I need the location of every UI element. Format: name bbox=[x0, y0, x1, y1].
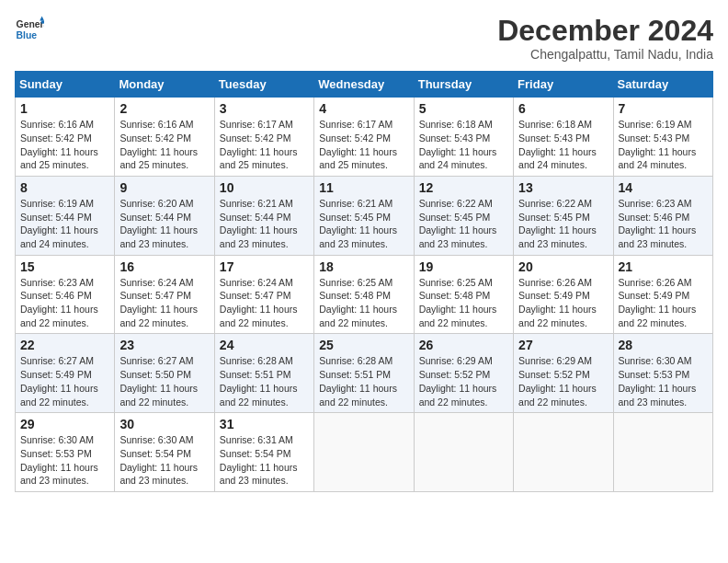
day-info: Sunrise: 6:27 AM Sunset: 5:49 PM Dayligh… bbox=[20, 354, 109, 408]
day-number: 4 bbox=[319, 101, 408, 116]
col-header-thursday: Thursday bbox=[414, 72, 513, 98]
day-cell bbox=[414, 413, 513, 492]
day-cell: 2Sunrise: 6:16 AM Sunset: 5:42 PM Daylig… bbox=[115, 98, 214, 177]
day-info: Sunrise: 6:25 AM Sunset: 5:48 PM Dayligh… bbox=[419, 276, 508, 330]
week-row-2: 8Sunrise: 6:19 AM Sunset: 5:44 PM Daylig… bbox=[16, 176, 713, 255]
day-number: 18 bbox=[319, 259, 408, 274]
svg-marker-2 bbox=[40, 17, 44, 21]
day-number: 1 bbox=[20, 101, 109, 116]
day-number: 20 bbox=[518, 259, 608, 274]
day-number: 28 bbox=[619, 338, 708, 352]
col-header-saturday: Saturday bbox=[613, 72, 712, 98]
day-cell: 4Sunrise: 6:17 AM Sunset: 5:42 PM Daylig… bbox=[314, 98, 414, 177]
day-cell: 22Sunrise: 6:27 AM Sunset: 5:49 PM Dayli… bbox=[16, 334, 115, 413]
day-number: 15 bbox=[20, 259, 109, 274]
day-number: 17 bbox=[220, 259, 309, 274]
day-cell: 23Sunrise: 6:27 AM Sunset: 5:50 PM Dayli… bbox=[115, 334, 214, 413]
day-number: 26 bbox=[419, 338, 508, 352]
col-header-monday: Monday bbox=[115, 72, 214, 98]
day-info: Sunrise: 6:21 AM Sunset: 5:45 PM Dayligh… bbox=[319, 197, 408, 251]
day-number: 27 bbox=[518, 338, 608, 352]
day-info: Sunrise: 6:22 AM Sunset: 5:45 PM Dayligh… bbox=[419, 197, 508, 251]
col-header-sunday: Sunday bbox=[16, 72, 115, 98]
day-cell: 16Sunrise: 6:24 AM Sunset: 5:47 PM Dayli… bbox=[115, 255, 214, 334]
day-cell: 10Sunrise: 6:21 AM Sunset: 5:44 PM Dayli… bbox=[214, 176, 313, 255]
svg-marker-3 bbox=[41, 20, 44, 23]
day-number: 19 bbox=[419, 259, 508, 274]
day-number: 29 bbox=[20, 417, 109, 431]
day-cell: 27Sunrise: 6:29 AM Sunset: 5:52 PM Dayli… bbox=[514, 334, 613, 413]
day-number: 14 bbox=[619, 180, 708, 195]
day-cell: 5Sunrise: 6:18 AM Sunset: 5:43 PM Daylig… bbox=[414, 98, 513, 177]
svg-text:Blue: Blue bbox=[17, 30, 38, 40]
day-cell: 13Sunrise: 6:22 AM Sunset: 5:45 PM Dayli… bbox=[514, 176, 613, 255]
day-info: Sunrise: 6:24 AM Sunset: 5:47 PM Dayligh… bbox=[220, 276, 309, 330]
day-number: 25 bbox=[319, 338, 408, 352]
day-info: Sunrise: 6:18 AM Sunset: 5:43 PM Dayligh… bbox=[419, 118, 508, 172]
header-row: SundayMondayTuesdayWednesdayThursdayFrid… bbox=[16, 72, 713, 98]
title-block: December 2024 Chengalpattu, Tamil Nadu, … bbox=[497, 15, 713, 62]
day-cell: 11Sunrise: 6:21 AM Sunset: 5:45 PM Dayli… bbox=[314, 176, 414, 255]
day-number: 5 bbox=[419, 101, 508, 116]
day-info: Sunrise: 6:23 AM Sunset: 5:46 PM Dayligh… bbox=[20, 276, 109, 330]
logo-icon: General Blue bbox=[15, 15, 44, 44]
day-cell: 28Sunrise: 6:30 AM Sunset: 5:53 PM Dayli… bbox=[613, 334, 712, 413]
day-number: 8 bbox=[20, 180, 109, 195]
day-number: 2 bbox=[119, 101, 209, 116]
day-cell: 1Sunrise: 6:16 AM Sunset: 5:42 PM Daylig… bbox=[16, 98, 115, 177]
day-cell bbox=[613, 413, 712, 492]
day-cell: 18Sunrise: 6:25 AM Sunset: 5:48 PM Dayli… bbox=[314, 255, 414, 334]
day-info: Sunrise: 6:22 AM Sunset: 5:45 PM Dayligh… bbox=[518, 197, 608, 251]
day-info: Sunrise: 6:19 AM Sunset: 5:43 PM Dayligh… bbox=[619, 118, 708, 172]
logo: General Blue bbox=[15, 15, 44, 44]
day-info: Sunrise: 6:30 AM Sunset: 5:53 PM Dayligh… bbox=[619, 354, 708, 408]
day-cell: 24Sunrise: 6:28 AM Sunset: 5:51 PM Dayli… bbox=[214, 334, 313, 413]
page-header: General Blue December 2024 Chengalpattu,… bbox=[15, 15, 713, 62]
day-info: Sunrise: 6:17 AM Sunset: 5:42 PM Dayligh… bbox=[319, 118, 408, 172]
day-cell: 25Sunrise: 6:28 AM Sunset: 5:51 PM Dayli… bbox=[314, 334, 414, 413]
day-number: 21 bbox=[619, 259, 708, 274]
col-header-tuesday: Tuesday bbox=[214, 72, 313, 98]
day-number: 30 bbox=[119, 417, 209, 431]
day-info: Sunrise: 6:21 AM Sunset: 5:44 PM Dayligh… bbox=[220, 197, 309, 251]
day-info: Sunrise: 6:31 AM Sunset: 5:54 PM Dayligh… bbox=[220, 433, 309, 488]
week-row-1: 1Sunrise: 6:16 AM Sunset: 5:42 PM Daylig… bbox=[16, 98, 713, 177]
day-cell: 15Sunrise: 6:23 AM Sunset: 5:46 PM Dayli… bbox=[16, 255, 115, 334]
day-cell: 7Sunrise: 6:19 AM Sunset: 5:43 PM Daylig… bbox=[613, 98, 712, 177]
day-number: 23 bbox=[119, 338, 209, 352]
svg-text:General: General bbox=[17, 19, 44, 29]
day-info: Sunrise: 6:30 AM Sunset: 5:53 PM Dayligh… bbox=[20, 433, 109, 488]
day-cell: 21Sunrise: 6:26 AM Sunset: 5:49 PM Dayli… bbox=[613, 255, 712, 334]
day-info: Sunrise: 6:28 AM Sunset: 5:51 PM Dayligh… bbox=[220, 354, 309, 408]
day-info: Sunrise: 6:30 AM Sunset: 5:54 PM Dayligh… bbox=[119, 433, 209, 488]
day-info: Sunrise: 6:17 AM Sunset: 5:42 PM Dayligh… bbox=[220, 118, 309, 172]
day-info: Sunrise: 6:29 AM Sunset: 5:52 PM Dayligh… bbox=[518, 354, 608, 408]
week-row-4: 22Sunrise: 6:27 AM Sunset: 5:49 PM Dayli… bbox=[16, 334, 713, 413]
week-row-5: 29Sunrise: 6:30 AM Sunset: 5:53 PM Dayli… bbox=[16, 413, 713, 492]
day-number: 12 bbox=[419, 180, 508, 195]
day-cell: 19Sunrise: 6:25 AM Sunset: 5:48 PM Dayli… bbox=[414, 255, 513, 334]
subtitle: Chengalpattu, Tamil Nadu, India bbox=[497, 47, 713, 62]
main-title: December 2024 bbox=[497, 15, 713, 47]
day-info: Sunrise: 6:16 AM Sunset: 5:42 PM Dayligh… bbox=[20, 118, 109, 172]
day-number: 31 bbox=[220, 417, 309, 431]
day-info: Sunrise: 6:25 AM Sunset: 5:48 PM Dayligh… bbox=[319, 276, 408, 330]
day-cell: 14Sunrise: 6:23 AM Sunset: 5:46 PM Dayli… bbox=[613, 176, 712, 255]
day-info: Sunrise: 6:20 AM Sunset: 5:44 PM Dayligh… bbox=[119, 197, 209, 251]
col-header-friday: Friday bbox=[514, 72, 613, 98]
day-number: 16 bbox=[119, 259, 209, 274]
day-info: Sunrise: 6:24 AM Sunset: 5:47 PM Dayligh… bbox=[119, 276, 209, 330]
day-info: Sunrise: 6:28 AM Sunset: 5:51 PM Dayligh… bbox=[319, 354, 408, 408]
day-cell: 26Sunrise: 6:29 AM Sunset: 5:52 PM Dayli… bbox=[414, 334, 513, 413]
day-cell: 12Sunrise: 6:22 AM Sunset: 5:45 PM Dayli… bbox=[414, 176, 513, 255]
day-cell: 31Sunrise: 6:31 AM Sunset: 5:54 PM Dayli… bbox=[214, 413, 313, 492]
day-info: Sunrise: 6:19 AM Sunset: 5:44 PM Dayligh… bbox=[20, 197, 109, 251]
col-header-wednesday: Wednesday bbox=[314, 72, 414, 98]
day-number: 13 bbox=[518, 180, 608, 195]
day-info: Sunrise: 6:18 AM Sunset: 5:43 PM Dayligh… bbox=[518, 118, 608, 172]
day-info: Sunrise: 6:26 AM Sunset: 5:49 PM Dayligh… bbox=[518, 276, 608, 330]
day-number: 9 bbox=[119, 180, 209, 195]
day-cell: 6Sunrise: 6:18 AM Sunset: 5:43 PM Daylig… bbox=[514, 98, 613, 177]
day-cell bbox=[514, 413, 613, 492]
day-number: 24 bbox=[220, 338, 309, 352]
